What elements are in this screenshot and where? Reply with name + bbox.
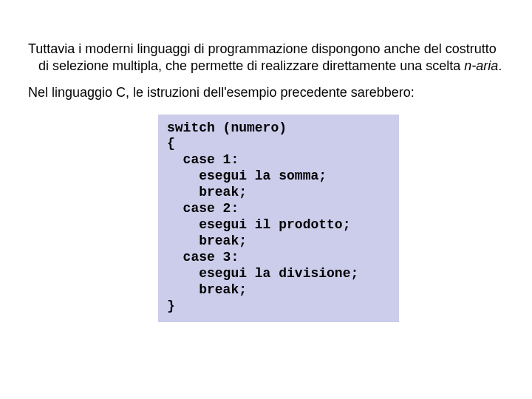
paragraph-1-text-a: Tuttavia i moderni linguaggi di programm…	[28, 41, 497, 73]
paragraph-2: Nel linguaggio C, le istruzioni dell'ese…	[28, 84, 504, 101]
paragraph-1-text-b: .	[498, 58, 502, 73]
code-block: switch (numero) { case 1: esegui la somm…	[158, 115, 399, 322]
paragraph-1-italic: n-aria	[464, 58, 498, 73]
paragraph-2-text: Nel linguaggio C, le istruzioni dell'ese…	[28, 85, 415, 100]
slide-page: Tuttavia i moderni linguaggi di programm…	[0, 0, 532, 322]
paragraph-1: Tuttavia i moderni linguaggi di programm…	[28, 41, 504, 74]
